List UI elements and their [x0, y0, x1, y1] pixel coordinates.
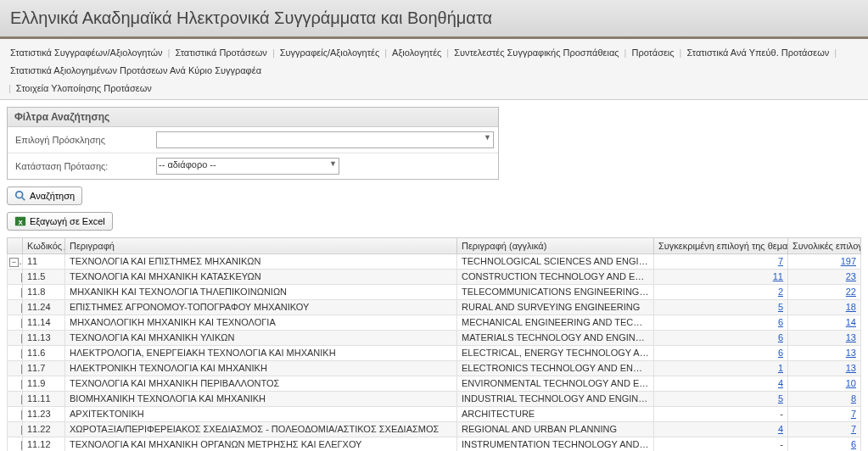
cell-selected-link[interactable]: 6: [778, 332, 783, 342]
cell-total-link[interactable]: 6: [851, 439, 856, 449]
svg-line-1: [22, 197, 25, 200]
cell-selected-link[interactable]: 2: [778, 287, 783, 297]
nav-item[interactable]: Προτάσεις: [628, 47, 677, 58]
table-row: +11.14ΜΗΧΑΝΟΛΟΓΙΚΗ ΜΗΧΑΝΙΚΗ ΚΑΙ ΤΕΧΝΟΛΟΓ…: [8, 315, 861, 330]
cell-total-link[interactable]: 7: [851, 409, 856, 419]
table-header-row: Κωδικός△ Περιγραφή Περιγραφή (αγγλικά) Σ…: [8, 237, 861, 253]
cell-total-link[interactable]: 8: [851, 393, 856, 404]
expand-icon[interactable]: −: [9, 258, 19, 267]
cell-total-link[interactable]: 22: [846, 287, 856, 297]
nav-item[interactable]: Στατιστικά Ανά Υπεύθ. Προτάσεων: [683, 47, 832, 58]
export-button[interactable]: X Εξαγωγή σε Excel: [7, 212, 113, 231]
filter-panel: Φίλτρα Αναζήτησης Επιλογή Πρόσκλησης ▼ Κ…: [7, 107, 499, 180]
cell-desce: INDUSTRIAL TECHNOLOGY AND ENGINEERING: [457, 391, 654, 406]
cell-desc: ΒΙΟΜΗΧΑΝΙΚΗ ΤΕΧΝΟΛΟΓΙΑ ΚΑΙ ΜΗΧΑΝΙΚΗ: [65, 391, 457, 406]
filter-header: Φίλτρα Αναζήτησης: [8, 108, 498, 127]
cell-total-link[interactable]: 13: [846, 332, 856, 342]
cell-desce: INSTRUMENTATION TECHNOLOGY AND ENGINEERI…: [457, 437, 654, 451]
filter-call-select[interactable]: ▼: [156, 131, 494, 148]
cell-selected-link[interactable]: 6: [778, 317, 783, 327]
cell-desce: ELECTRONICS TECHNOLOGY AND ENGINEERING: [457, 360, 654, 376]
cell-desc: ΗΛΕΚΤΡΟΝΙΚΗ ΤΕΧΝΟΛΟΓΙΑ ΚΑΙ ΜΗΧΑΝΙΚΗ: [65, 360, 457, 376]
cell-selected-link[interactable]: 7: [778, 256, 783, 266]
chevron-down-icon: ▼: [329, 159, 337, 168]
table-row: +11.12ΤΕΧΝΟΛΟΓΙΑ ΚΑΙ ΜΗΧΑΝΙΚΗ ΟΡΓΑΝΩΝ ΜΕ…: [8, 437, 861, 451]
filter-status-select[interactable]: -- αδιάφορο --▼: [156, 158, 339, 175]
cell-total-link[interactable]: 10: [846, 378, 856, 388]
table-row: +11.22ΧΩΡΟΤΑΞΙΑ/ΠΕΡΙΦΕΡΕΙΑΚΟΣ ΣΧΕΔΙΑΣΜΟΣ…: [8, 421, 861, 437]
nav-item[interactable]: Αξιολογητές: [389, 47, 445, 58]
cell-selected: -: [780, 439, 783, 449]
nav-item[interactable]: Στοιχεία Υλοποίησης Προτάσεων: [13, 83, 155, 93]
filter-row-call: Επιλογή Πρόσκλησης ▼: [8, 127, 498, 153]
cell-desc: ΜΗΧΑΝΙΚΗ ΚΑΙ ΤΕΧΝΟΛΟΓΙΑ ΤΗΛΕΠΙΚΟΙΝΩΝΙΩΝ: [65, 284, 457, 299]
cell-total-link[interactable]: 197: [841, 256, 856, 266]
table-row: −11ΤΕΧΝΟΛΟΓΙΑ ΚΑΙ ΕΠΙΣΤΗΜΕΣ ΜΗΧΑΝΙΚΩΝTEC…: [8, 253, 861, 269]
cell-code: 11.22: [23, 421, 65, 437]
filter-status-label: Κατάσταση Πρότασης:: [10, 159, 154, 173]
col-code[interactable]: Κωδικός△: [23, 237, 65, 253]
cell-code: 11.6: [23, 345, 65, 360]
table-row: +11.7ΗΛΕΚΤΡΟΝΙΚΗ ΤΕΧΝΟΛΟΓΙΑ ΚΑΙ ΜΗΧΑΝΙΚΗ…: [8, 360, 861, 376]
cell-total-link[interactable]: 18: [846, 302, 856, 312]
nav-item[interactable]: Στατιστικά Προτάσεων: [171, 47, 270, 58]
cell-code: 11.13: [23, 330, 65, 345]
excel-icon: X: [14, 215, 26, 227]
cell-desc: ΑΡΧΙΤΕΚΤΟΝΙΚΗ: [65, 406, 457, 421]
cell-desce: ELECTRICAL, ENERGY TECHNOLOGY AND ENGINE…: [457, 345, 654, 360]
cell-desc: ΕΠΙΣΤΗΜΕΣ ΑΓΡΟΝΟΜΟΥ-ΤΟΠΟΓΡΑΦΟΥ ΜΗΧΑΝΙΚΟΥ: [65, 299, 457, 315]
cell-total-link[interactable]: 13: [846, 363, 856, 373]
cell-desc: ΤΕΧΝΟΛΟΓΙΑ ΚΑΙ ΜΗΧΑΝΙΚΗ ΚΑΤΑΣΚΕΥΩΝ: [65, 269, 457, 284]
cell-desce: MECHANICAL ENGINEERING AND TECHNOLOGY: [457, 315, 654, 330]
cell-selected-link[interactable]: 4: [778, 378, 783, 388]
cell-desce: MATERIALS TECHNOLOGY AND ENGINEERING: [457, 330, 654, 345]
search-button[interactable]: Αναζήτηση: [7, 187, 82, 205]
cell-code: 11: [23, 253, 65, 269]
cell-selected-link[interactable]: 4: [778, 424, 783, 434]
cell-selected-link[interactable]: 1: [778, 363, 783, 373]
col-total[interactable]: Συνολικές επιλογές▽: [788, 237, 861, 253]
cell-selected-link[interactable]: 5: [778, 302, 783, 312]
cell-selected-link[interactable]: 11: [773, 271, 783, 281]
cell-total-link[interactable]: 13: [846, 348, 856, 358]
col-expand[interactable]: [8, 237, 23, 253]
cell-desc: ΜΗΧΑΝΟΛΟΓΙΚΗ ΜΗΧΑΝΙΚΗ ΚΑΙ ΤΕΧΝΟΛΟΓΙΑ: [65, 315, 457, 330]
cell-code: 11.7: [23, 360, 65, 376]
cell-desc: ΧΩΡΟΤΑΞΙΑ/ΠΕΡΙΦΕΡΕΙΑΚΟΣ ΣΧΕΔΙΑΣΜΟΣ - ΠΟΛ…: [65, 421, 457, 437]
cell-desc: ΤΕΧΝΟΛΟΓΙΑ ΚΑΙ ΜΗΧΑΝΙΚΗ ΟΡΓΑΝΩΝ ΜΕΤΡΗΣΗΣ…: [65, 437, 457, 451]
chevron-down-icon: ▼: [484, 133, 491, 142]
nav-item[interactable]: Συγγραφείς/Αξιολογητές: [277, 47, 384, 58]
svg-text:X: X: [18, 218, 23, 226]
data-table: Κωδικός△ Περιγραφή Περιγραφή (αγγλικά) Σ…: [7, 237, 861, 451]
nav-item[interactable]: Συντελεστές Συγγραφικής Προσπάθειας: [451, 47, 622, 58]
cell-code: 11.14: [23, 315, 65, 330]
cell-desce: ARCHITECTURE: [457, 406, 654, 421]
table-row: +11.5ΤΕΧΝΟΛΟΓΙΑ ΚΑΙ ΜΗΧΑΝΙΚΗ ΚΑΤΑΣΚΕΥΩΝC…: [8, 269, 861, 284]
col-selected[interactable]: Συγκεκριμένη επιλογή της θεματικής: [654, 237, 788, 253]
cell-total-link[interactable]: 7: [851, 424, 856, 434]
table-row: +11.13ΤΕΧΝΟΛΟΓΙΑ ΚΑΙ ΜΗΧΑΝΙΚΗ ΥΛΙΚΩΝMATE…: [8, 330, 861, 345]
cell-desce: TECHNOLOGICAL SCIENCES AND ENGINEERING: [457, 253, 654, 269]
cell-desce: ENVIRONMENTAL TECHNOLOGY AND ENGINEERING: [457, 376, 654, 391]
table-row: +11.11ΒΙΟΜΗΧΑΝΙΚΗ ΤΕΧΝΟΛΟΓΙΑ ΚΑΙ ΜΗΧΑΝΙΚ…: [8, 391, 861, 406]
svg-point-0: [16, 191, 23, 198]
cell-desc: ΤΕΧΝΟΛΟΓΙΑ ΚΑΙ ΜΗΧΑΝΙΚΗ ΥΛΙΚΩΝ: [65, 330, 457, 345]
cell-code: 11.11: [23, 391, 65, 406]
cell-total-link[interactable]: 14: [846, 317, 856, 327]
cell-selected-link[interactable]: 6: [778, 348, 783, 358]
col-desce[interactable]: Περιγραφή (αγγλικά): [457, 237, 654, 253]
cell-code: 11.8: [23, 284, 65, 299]
top-nav: Στατιστικά Συγγραφέων/Αξιολογητών|Στατισ…: [0, 39, 868, 100]
search-icon: [14, 190, 26, 202]
nav-item[interactable]: Στατιστικά Αξιολογημένων Προτάσεων Ανά Κ…: [7, 65, 265, 75]
col-desc[interactable]: Περιγραφή: [65, 237, 457, 253]
cell-selected-link[interactable]: 5: [778, 393, 783, 404]
cell-total-link[interactable]: 23: [846, 271, 856, 281]
cell-desc: ΗΛΕΚΤΡΟΛΟΓΙΑ, ΕΝΕΡΓΕΙΑΚΗ ΤΕΧΝΟΛΟΓΙΑ ΚΑΙ …: [65, 345, 457, 360]
cell-code: 11.12: [23, 437, 65, 451]
cell-code: 11.9: [23, 376, 65, 391]
search-button-label: Αναζήτηση: [30, 191, 75, 201]
filter-row-status: Κατάσταση Πρότασης: -- αδιάφορο --▼: [8, 153, 498, 179]
page-title: Ελληνικά Ακαδημαϊκά Ηλεκτρονικά Συγγράμμ…: [10, 8, 858, 28]
nav-item[interactable]: Στατιστικά Συγγραφέων/Αξιολογητών: [7, 47, 166, 58]
